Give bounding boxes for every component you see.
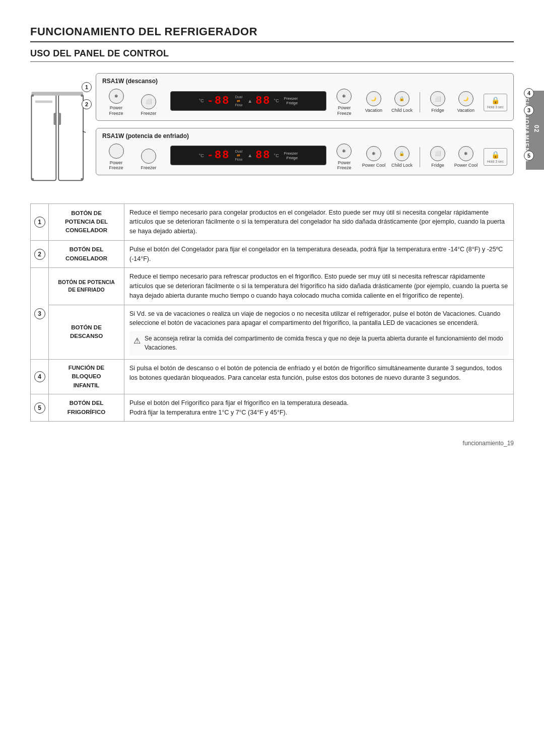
svg-rect-4 [31, 92, 83, 95]
power-freeze-btn-2[interactable]: ❄ [336, 89, 352, 104]
vacation-label-2: Vacation [457, 108, 474, 113]
btn-item: ❄ Power Freeze [102, 89, 130, 116]
lock-icon-2: 🔒 [491, 151, 500, 159]
row-badge-2: 2 [34, 249, 45, 260]
child-lock-label-1: Child Lock [391, 108, 413, 113]
desc-text-4: Si pulsa el botón de descanso o el botón… [129, 365, 502, 381]
btn-item: 🌙 Vacation [453, 91, 479, 113]
freezer-btn-2[interactable] [141, 149, 156, 164]
display-left-1: -88 [207, 95, 230, 107]
row-label-3a: BOTÓN DE POTENCIA DE ENFRIADO [49, 268, 124, 305]
lock-icon-1: 🔒 [491, 96, 500, 104]
display-1: °C -88 Dual ⇄ Flow ▲ 88 °C Freezer Fridg… [170, 91, 326, 111]
freezer-label-2: Freezer [141, 165, 156, 171]
side-tab-number: 02 [533, 125, 540, 132]
svg-point-6 [31, 94, 34, 97]
child-lock-btn-2[interactable]: 🔒 [394, 146, 410, 161]
svg-point-7 [31, 178, 34, 180]
display-left-2: -88 [207, 149, 230, 162]
panel-1-right: ❄ Power Freeze 🌙 Vacation 🔒 Child Lock [330, 89, 507, 116]
panel-1: RSA1W (descanso) ❄ Power Freeze ⬜ Freeze… [96, 73, 514, 121]
badge-4: 4 [524, 88, 534, 98]
power-freeze-label-2: Power Freeze [330, 105, 358, 116]
power-freeze-btn-3[interactable] [109, 144, 124, 159]
panel-2-left-buttons: Power Freeze Freezer [102, 144, 161, 171]
freezer-label-1: Freezer [141, 111, 156, 116]
row-label-2: BOTÓN DEL CONGELADOR [49, 240, 124, 268]
panel-1-label: RSA1W (descanso) [102, 78, 507, 85]
divider [420, 92, 420, 112]
svg-rect-3 [58, 113, 61, 125]
svg-point-9 [81, 178, 83, 180]
desc-text-1: Reduce el tiempo necesario para congelar… [129, 209, 505, 235]
power-freeze-label-3: Power Freeze [102, 160, 130, 171]
label-text-3b: BOTÓN DE DESCANSO [70, 324, 103, 339]
display-right-1: 88 [255, 95, 270, 107]
page-wrapper: 02 FUNCIONAMIENTO FUNCIONAMIENTO DEL REF… [0, 0, 544, 477]
dual-flow-icon-2: Dual ⇄ Flow [235, 150, 242, 161]
label-text-4: FUNCIÓN DE BLOQUEO INFANTIL [69, 365, 105, 388]
child-lock-btn-1[interactable]: 🔒 [394, 91, 410, 106]
row-number-5: 5 [31, 394, 49, 422]
btn-item: 🔒 Child Lock [389, 146, 415, 168]
fridge-sketch [30, 88, 86, 188]
power-cool-btn-1[interactable]: ❄ [366, 146, 381, 161]
panel-2-label: RSA1W (potencia de enfriado) [102, 132, 507, 140]
display-right-2: 88 [255, 149, 270, 162]
row-desc-3a: Reduce el tiempo necesario para refresca… [124, 268, 514, 305]
fridge-label-1: Fridge [431, 108, 444, 113]
warning-text: Se aconseja retirar la comida del compar… [145, 334, 504, 352]
fridge-btn-2[interactable]: ⬜ [430, 146, 445, 161]
row-badge-3: 3 [34, 308, 45, 319]
btn-item: 🔒 Child Lock [389, 91, 415, 113]
row-desc-1: Reduce el tiempo necesario para congelar… [124, 203, 514, 240]
btn-item: ❄ Power Cool [361, 146, 386, 168]
row-badge-5: 5 [34, 402, 45, 414]
page-footer: funcionamiento_19 [30, 437, 514, 447]
panel-2-right: ❄ Power Freeze ❄ Power Cool 🔒 Child Lock [330, 144, 507, 171]
hold-label-2: Hold 3 sec [487, 160, 504, 163]
row-number-1: 1 [31, 203, 49, 240]
btn-item: Freezer [136, 149, 161, 171]
row-desc-2: Pulse el botón del Congelador para fijar… [124, 240, 514, 268]
power-freeze-label-1: Power Freeze [102, 105, 130, 116]
left-badges: 1 2 [82, 82, 92, 109]
row-number-2: 2 [31, 240, 49, 268]
badge-3-top: 3 [524, 105, 534, 115]
btn-item: ⬜ Fridge [425, 146, 450, 168]
btn-item: ⬜ Freezer [136, 94, 161, 116]
desc-text-3b: Si Vd. se va de vacaciones o realiza un … [129, 310, 500, 327]
vacation-btn-1[interactable]: 🌙 [366, 91, 381, 106]
label-text-2: BOTÓN DEL CONGELADOR [65, 246, 107, 261]
desc-text-2: Pulse el botón del Congelador para fijar… [129, 246, 503, 262]
row-number-4: 4 [31, 360, 49, 394]
label-text-3a: BOTÓN DE POTENCIA DE ENFRIADO [58, 279, 115, 293]
panel-1-content: ❄ Power Freeze ⬜ Freezer °C -88 Du [102, 89, 507, 116]
main-title: FUNCIONAMIENTO DEL REFRIGERADOR [30, 25, 514, 42]
label-text-5: BOTÓN DEL FRIGORÍFICO [67, 400, 105, 415]
btn-item: Power Freeze [102, 144, 130, 171]
panel-2-labels: Freezer Fridge [284, 151, 298, 160]
power-freeze-btn-4[interactable]: ❄ [336, 144, 352, 159]
right-badges: 4 3 5 [524, 83, 534, 161]
row-desc-3b: Si Vd. se va de vacaciones o realiza un … [124, 305, 514, 360]
power-cool-label-2: Power Cool [454, 163, 478, 168]
power-cool-btn-2[interactable]: ❄ [458, 146, 473, 161]
table-row: 2 BOTÓN DEL CONGELADOR Pulse el botón de… [31, 240, 514, 268]
badge-2: 2 [82, 99, 92, 109]
diagram-area: 1 2 RSA1W (descanso) ❄ Power Freeze ⬜ [30, 73, 514, 188]
row-desc-4: Si pulsa el botón de descanso o el botón… [124, 360, 514, 394]
vacation-btn-2[interactable]: 🌙 [458, 91, 473, 106]
btn-item: 🌙 Vacation [361, 91, 386, 113]
row-number-3: 3 [31, 268, 49, 360]
divider-2 [420, 147, 420, 167]
row-badge-1: 1 [34, 217, 45, 228]
child-lock-label-2: Child Lock [391, 163, 413, 168]
freezer-btn-1[interactable]: ⬜ [141, 94, 156, 109]
power-freeze-btn-1[interactable]: ❄ [109, 89, 124, 104]
vacation-label-1: Vacation [365, 108, 382, 113]
warning-icon: ⚠ [133, 335, 141, 352]
fridge-btn-1[interactable]: ⬜ [430, 91, 445, 106]
badge-1: 1 [82, 82, 92, 92]
svg-rect-0 [31, 94, 56, 180]
